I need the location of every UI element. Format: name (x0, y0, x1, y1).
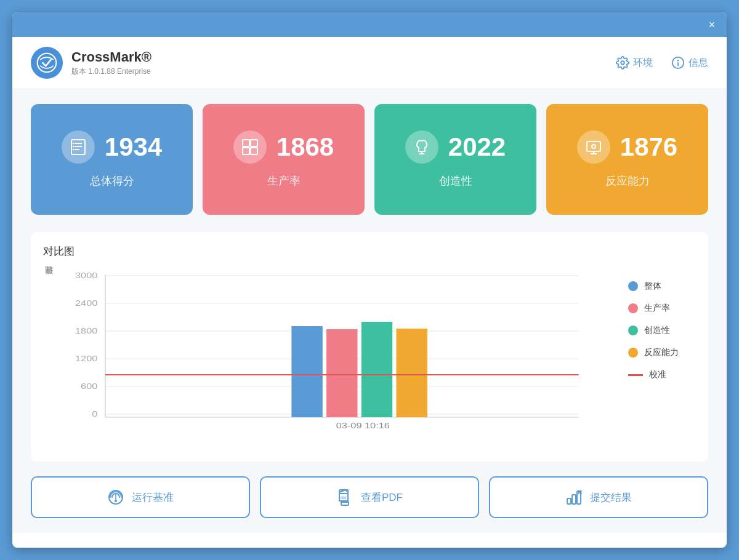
env-button[interactable]: 环境 (616, 56, 653, 70)
bar-responsiveness (397, 329, 427, 417)
legend-productivity: 生产率 (628, 303, 690, 314)
productivity-score-label: 生产率 (267, 174, 301, 188)
submit-results-icon (565, 489, 583, 506)
legend-dot-creativity (628, 326, 638, 335)
legend-line-baseline (628, 374, 643, 376)
logo-text: CrossMark® 版本 1.0.1.88 Enterprise (71, 49, 151, 77)
svg-point-8 (73, 143, 74, 144)
svg-text:1200: 1200 (75, 354, 97, 363)
legend-baseline: 校准 (628, 369, 690, 380)
overall-icon (62, 130, 95, 164)
chart-title: 对比图 (43, 244, 696, 258)
svg-text:03-09 10:16: 03-09 10:16 (336, 422, 390, 430)
chart-section: 对比图 表现评分 3000 2400 1800 1200 600 0 (31, 232, 708, 462)
productivity-score-value: 1868 (277, 132, 334, 162)
svg-rect-12 (251, 140, 257, 146)
app-version: 版本 1.0.1.88 Enterprise (71, 66, 151, 77)
svg-point-37 (115, 500, 117, 502)
view-pdf-button[interactable]: PDF PDF 查看PDF (260, 476, 479, 518)
info-label: 信息 (689, 57, 708, 70)
responsiveness-score-value: 1876 (620, 132, 677, 162)
title-bar: × (12, 12, 727, 37)
bar-overall (291, 326, 322, 417)
logo-area: CrossMark® 版本 1.0.1.88 Enterprise (31, 47, 151, 79)
app-header: CrossMark® 版本 1.0.1.88 Enterprise 环境 信息 (12, 37, 727, 89)
svg-text:0: 0 (92, 410, 97, 418)
overall-score-label: 总体得分 (90, 174, 134, 188)
svg-text:PDF: PDF (342, 502, 348, 505)
svg-rect-11 (243, 140, 249, 146)
score-cards: 1934 总体得分 1868 生产率 (31, 104, 708, 215)
bar-creativity (361, 322, 392, 417)
overall-score-card: 1934 总体得分 (31, 104, 193, 215)
legend-creativity: 创造性 (628, 325, 690, 336)
svg-text:1800: 1800 (75, 327, 97, 335)
info-button[interactable]: 信息 (671, 56, 708, 70)
run-benchmark-label: 运行基准 (132, 490, 174, 505)
legend-dot-responsiveness (628, 348, 638, 358)
main-content: 1934 总体得分 1868 生产率 (12, 89, 727, 533)
bar-productivity (326, 329, 357, 417)
legend-responsiveness: 反应能力 (628, 347, 690, 358)
app-window: × CrossMark® 版本 1.0.1.88 Enterprise (12, 12, 727, 548)
responsiveness-score-card: 1876 反应能力 (546, 104, 708, 215)
svg-point-10 (73, 149, 74, 150)
responsiveness-icon (577, 130, 610, 164)
view-pdf-icon: PDF PDF (336, 489, 353, 506)
svg-text:3000: 3000 (75, 271, 97, 280)
responsiveness-score-label: 反应能力 (605, 174, 650, 188)
svg-rect-13 (243, 148, 249, 154)
creativity-score-value: 2022 (448, 132, 506, 162)
productivity-score-card: 1868 生产率 (203, 104, 365, 215)
svg-text:2400: 2400 (75, 299, 97, 308)
env-label: 环境 (633, 57, 653, 70)
app-title: CrossMark® (71, 49, 151, 65)
view-pdf-label: 查看PDF (361, 490, 403, 505)
submit-results-label: 提交结果 (590, 490, 632, 505)
header-actions: 环境 信息 (616, 56, 708, 70)
creativity-score-label: 创造性 (439, 174, 472, 188)
chart-legend: 整体 生产率 创造性 反应能力 (622, 268, 696, 393)
chart-svg: 3000 2400 1800 1200 600 0 (67, 268, 610, 441)
svg-point-20 (592, 145, 596, 148)
creativity-icon (405, 130, 438, 164)
svg-text:600: 600 (81, 382, 97, 391)
legend-dot-overall (628, 281, 638, 291)
chart-container: 表现评分 3000 2400 1800 1200 600 0 (43, 268, 696, 443)
y-axis-label: 表现评分 (43, 268, 54, 293)
svg-point-0 (38, 54, 57, 73)
svg-text:PDF: PDF (341, 496, 347, 500)
submit-results-button[interactable]: 提交结果 (489, 476, 708, 518)
app-logo (31, 47, 63, 79)
run-benchmark-icon (107, 489, 124, 506)
svg-rect-17 (587, 142, 600, 151)
productivity-icon (233, 130, 267, 164)
svg-point-9 (73, 146, 74, 147)
svg-point-1 (621, 61, 624, 65)
legend-dot-productivity (628, 303, 638, 313)
creativity-score-card: 2022 创造性 (374, 104, 536, 215)
run-benchmark-button[interactable]: 运行基准 (31, 476, 250, 518)
svg-rect-43 (567, 498, 571, 504)
chart-area: 3000 2400 1800 1200 600 0 (67, 268, 610, 443)
legend-overall: 整体 (628, 281, 690, 292)
svg-rect-14 (251, 148, 257, 154)
svg-rect-44 (572, 495, 576, 504)
footer-buttons: 运行基准 PDF PDF 查看PDF (31, 476, 708, 518)
close-button[interactable]: × (705, 17, 719, 32)
overall-score-value: 1934 (105, 132, 162, 162)
